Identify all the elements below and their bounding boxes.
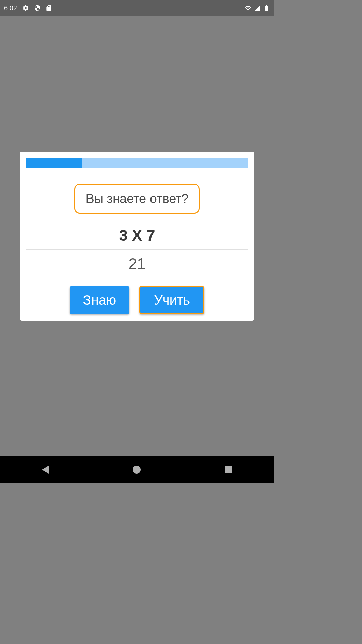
status-time: 6:02 <box>4 4 17 12</box>
status-right <box>245 5 270 11</box>
back-icon[interactable] <box>42 466 49 474</box>
divider <box>26 176 248 176</box>
divider <box>26 249 248 250</box>
answer-text: 21 <box>26 255 248 273</box>
progress-bar-fill <box>26 158 82 168</box>
question-prompt: Вы знаете ответ? <box>74 184 199 214</box>
battery-icon <box>263 5 270 11</box>
shield-icon <box>34 5 41 11</box>
learn-button[interactable]: Учить <box>139 286 204 314</box>
question-prompt-container: Вы знаете ответ? <box>26 184 248 214</box>
cellular-signal-icon <box>254 5 261 11</box>
status-bar: 6:02 <box>0 0 274 16</box>
dialog-card: Вы знаете ответ? 3 X 7 21 Знаю Учить <box>20 152 254 321</box>
status-icons-left <box>22 5 52 11</box>
home-icon[interactable] <box>133 466 141 474</box>
dialog-overlay: Вы знаете ответ? 3 X 7 21 Знаю Учить <box>0 16 274 456</box>
button-row: Знаю Учить <box>26 286 248 314</box>
divider <box>26 279 248 279</box>
divider <box>26 220 248 220</box>
sd-card-icon <box>45 5 52 11</box>
equation-text: 3 X 7 <box>26 226 248 245</box>
gear-icon <box>22 5 29 11</box>
wifi-icon <box>245 5 251 11</box>
know-button[interactable]: Знаю <box>70 286 130 314</box>
navigation-bar <box>0 456 274 483</box>
progress-bar <box>26 158 248 168</box>
recent-apps-icon[interactable] <box>225 466 232 473</box>
status-left: 6:02 <box>4 4 52 12</box>
